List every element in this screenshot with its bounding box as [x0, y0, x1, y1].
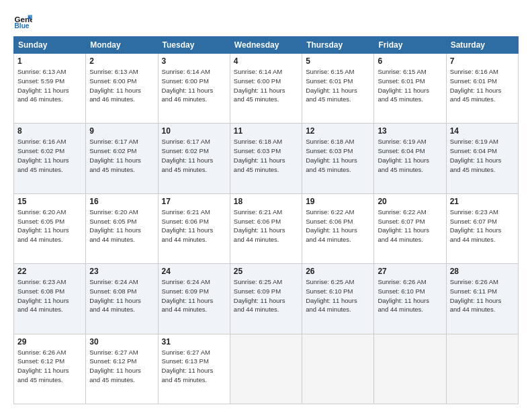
day-info: Sunrise: 6:13 AM Sunset: 6:00 PM Dayligh…: [89, 67, 154, 104]
day-info: Sunrise: 6:19 AM Sunset: 6:04 PM Dayligh…: [378, 137, 442, 174]
day-info: Sunrise: 6:14 AM Sunset: 6:00 PM Dayligh…: [162, 67, 226, 104]
day-cell-27: 27 Sunrise: 6:26 AM Sunset: 6:10 PM Dayl…: [374, 264, 446, 334]
header-sunday: Sunday: [14, 37, 86, 54]
day-number: 29: [17, 337, 82, 347]
day-cell-8: 8 Sunrise: 6:16 AM Sunset: 6:02 PM Dayli…: [14, 124, 86, 193]
day-number: 8: [17, 126, 82, 136]
day-info: Sunrise: 6:21 AM Sunset: 6:06 PM Dayligh…: [234, 208, 298, 244]
day-number: 13: [378, 126, 442, 136]
header-saturday: Saturday: [446, 37, 518, 54]
day-cell-28: 28 Sunrise: 6:26 AM Sunset: 6:11 PM Dayl…: [446, 264, 518, 334]
day-number: 3: [162, 56, 226, 66]
day-number: 19: [306, 197, 370, 206]
empty-cell: [446, 334, 518, 404]
day-info: Sunrise: 6:26 AM Sunset: 6:11 PM Dayligh…: [450, 277, 515, 314]
header-friday: Friday: [374, 37, 446, 54]
day-number: 26: [306, 267, 370, 276]
calendar: SundayMondayTuesdayWednesdayThursdayFrid…: [13, 36, 519, 404]
logo-icon: General Blue: [13, 11, 32, 30]
day-number: 22: [17, 267, 82, 276]
day-number: 23: [89, 267, 154, 276]
day-info: Sunrise: 6:16 AM Sunset: 6:01 PM Dayligh…: [450, 67, 515, 104]
day-cell-3: 3 Sunrise: 6:14 AM Sunset: 6:00 PM Dayli…: [158, 54, 230, 124]
day-number: 27: [378, 267, 442, 276]
day-info: Sunrise: 6:15 AM Sunset: 6:01 PM Dayligh…: [306, 67, 370, 104]
day-cell-31: 31 Sunrise: 6:27 AM Sunset: 6:13 PM Dayl…: [158, 334, 230, 404]
day-cell-13: 13 Sunrise: 6:19 AM Sunset: 6:04 PM Dayl…: [374, 124, 446, 193]
day-info: Sunrise: 6:19 AM Sunset: 6:04 PM Dayligh…: [450, 137, 515, 174]
svg-text:Blue: Blue: [15, 22, 30, 30]
day-number: 2: [89, 56, 154, 66]
day-cell-22: 22 Sunrise: 6:23 AM Sunset: 6:08 PM Dayl…: [14, 264, 86, 334]
day-number: 1: [17, 56, 82, 66]
day-info: Sunrise: 6:17 AM Sunset: 6:02 PM Dayligh…: [162, 137, 226, 174]
day-info: Sunrise: 6:24 AM Sunset: 6:09 PM Dayligh…: [162, 277, 226, 314]
day-cell-6: 6 Sunrise: 6:15 AM Sunset: 6:01 PM Dayli…: [374, 54, 446, 124]
day-number: 28: [450, 267, 515, 276]
day-number: 6: [378, 56, 442, 66]
page: General Blue SundayMondayTuesdayWednesda…: [0, 0, 532, 411]
day-cell-20: 20 Sunrise: 6:22 AM Sunset: 6:07 PM Dayl…: [374, 193, 446, 263]
day-number: 7: [450, 56, 515, 66]
day-cell-14: 14 Sunrise: 6:19 AM Sunset: 6:04 PM Dayl…: [446, 124, 518, 193]
header-monday: Monday: [86, 37, 158, 54]
header-tuesday: Tuesday: [158, 37, 230, 54]
day-cell-30: 30 Sunrise: 6:27 AM Sunset: 6:12 PM Dayl…: [86, 334, 158, 404]
day-cell-25: 25 Sunrise: 6:25 AM Sunset: 6:09 PM Dayl…: [230, 264, 302, 334]
day-cell-12: 12 Sunrise: 6:18 AM Sunset: 6:03 PM Dayl…: [302, 124, 374, 193]
calendar-row-1: 1 Sunrise: 6:13 AM Sunset: 5:59 PM Dayli…: [14, 54, 519, 124]
header-thursday: Thursday: [302, 37, 374, 54]
day-info: Sunrise: 6:14 AM Sunset: 6:00 PM Dayligh…: [234, 67, 298, 104]
day-cell-17: 17 Sunrise: 6:21 AM Sunset: 6:06 PM Dayl…: [158, 193, 230, 263]
calendar-row-4: 22 Sunrise: 6:23 AM Sunset: 6:08 PM Dayl…: [14, 264, 519, 334]
day-cell-11: 11 Sunrise: 6:18 AM Sunset: 6:03 PM Dayl…: [230, 124, 302, 193]
day-cell-26: 26 Sunrise: 6:25 AM Sunset: 6:10 PM Dayl…: [302, 264, 374, 334]
day-cell-24: 24 Sunrise: 6:24 AM Sunset: 6:09 PM Dayl…: [158, 264, 230, 334]
day-number: 25: [234, 267, 298, 276]
day-number: 5: [306, 56, 370, 66]
empty-cell: [302, 334, 374, 404]
empty-cell: [374, 334, 446, 404]
day-info: Sunrise: 6:20 AM Sunset: 6:05 PM Dayligh…: [17, 208, 82, 244]
day-number: 14: [450, 126, 515, 136]
day-cell-7: 7 Sunrise: 6:16 AM Sunset: 6:01 PM Dayli…: [446, 54, 518, 124]
day-info: Sunrise: 6:26 AM Sunset: 6:12 PM Dayligh…: [17, 348, 82, 385]
day-info: Sunrise: 6:15 AM Sunset: 6:01 PM Dayligh…: [378, 67, 442, 104]
day-cell-29: 29 Sunrise: 6:26 AM Sunset: 6:12 PM Dayl…: [14, 334, 86, 404]
day-number: 31: [162, 337, 226, 347]
day-number: 24: [162, 267, 226, 276]
day-info: Sunrise: 6:27 AM Sunset: 6:12 PM Dayligh…: [89, 348, 154, 385]
day-info: Sunrise: 6:17 AM Sunset: 6:02 PM Dayligh…: [89, 137, 154, 174]
day-info: Sunrise: 6:23 AM Sunset: 6:08 PM Dayligh…: [17, 277, 82, 314]
calendar-header-row: SundayMondayTuesdayWednesdayThursdayFrid…: [14, 37, 519, 54]
day-info: Sunrise: 6:21 AM Sunset: 6:06 PM Dayligh…: [162, 208, 226, 244]
day-info: Sunrise: 6:27 AM Sunset: 6:13 PM Dayligh…: [162, 348, 226, 385]
day-cell-2: 2 Sunrise: 6:13 AM Sunset: 6:00 PM Dayli…: [86, 54, 158, 124]
day-number: 21: [450, 197, 515, 206]
day-info: Sunrise: 6:18 AM Sunset: 6:03 PM Dayligh…: [234, 137, 298, 174]
day-number: 16: [89, 197, 154, 206]
day-cell-23: 23 Sunrise: 6:24 AM Sunset: 6:08 PM Dayl…: [86, 264, 158, 334]
header-wednesday: Wednesday: [230, 37, 302, 54]
day-number: 18: [234, 197, 298, 206]
day-cell-1: 1 Sunrise: 6:13 AM Sunset: 5:59 PM Dayli…: [14, 54, 86, 124]
day-info: Sunrise: 6:13 AM Sunset: 5:59 PM Dayligh…: [17, 67, 82, 104]
day-info: Sunrise: 6:25 AM Sunset: 6:09 PM Dayligh…: [234, 277, 298, 314]
day-info: Sunrise: 6:23 AM Sunset: 6:07 PM Dayligh…: [450, 208, 515, 244]
day-info: Sunrise: 6:18 AM Sunset: 6:03 PM Dayligh…: [306, 137, 370, 174]
day-number: 11: [234, 126, 298, 136]
empty-cell: [230, 334, 302, 404]
day-number: 15: [17, 197, 82, 206]
day-info: Sunrise: 6:16 AM Sunset: 6:02 PM Dayligh…: [17, 137, 82, 174]
day-info: Sunrise: 6:25 AM Sunset: 6:10 PM Dayligh…: [306, 277, 370, 314]
day-number: 4: [234, 56, 298, 66]
calendar-row-2: 8 Sunrise: 6:16 AM Sunset: 6:02 PM Dayli…: [14, 124, 519, 193]
day-cell-5: 5 Sunrise: 6:15 AM Sunset: 6:01 PM Dayli…: [302, 54, 374, 124]
logo: General Blue: [13, 11, 35, 30]
day-cell-10: 10 Sunrise: 6:17 AM Sunset: 6:02 PM Dayl…: [158, 124, 230, 193]
day-cell-4: 4 Sunrise: 6:14 AM Sunset: 6:00 PM Dayli…: [230, 54, 302, 124]
day-number: 17: [162, 197, 226, 206]
day-cell-18: 18 Sunrise: 6:21 AM Sunset: 6:06 PM Dayl…: [230, 193, 302, 263]
day-cell-21: 21 Sunrise: 6:23 AM Sunset: 6:07 PM Dayl…: [446, 193, 518, 263]
day-info: Sunrise: 6:22 AM Sunset: 6:06 PM Dayligh…: [306, 208, 370, 244]
